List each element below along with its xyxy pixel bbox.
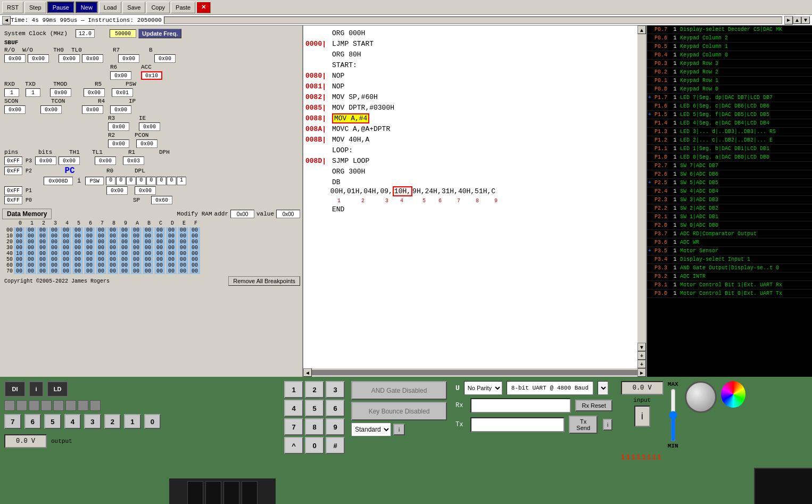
parity-select[interactable]: No Parity [464,381,502,395]
mem-cell[interactable]: 00 [26,233,36,239]
mem-cell[interactable]: 00 [26,257,36,262]
mem-cell[interactable]: 00 [166,245,177,251]
mem-cell[interactable]: 00 [26,227,36,233]
input-slider[interactable] [668,389,678,442]
and-gate-button[interactable]: AND Gate Disabled [351,381,447,400]
step-button[interactable]: Step [24,2,46,13]
num-2[interactable]: 2 [104,414,121,429]
psw-button[interactable]: PSW [85,177,104,185]
mem-cell[interactable]: 00 [49,251,60,257]
dpl-input[interactable] [135,186,156,195]
tx-input[interactable] [470,417,565,432]
mem-cell[interactable]: 00 [96,251,106,257]
mem-cell[interactable]: 00 [72,257,83,262]
mem-cell[interactable]: 00 [166,262,177,268]
ie-input[interactable] [139,122,160,131]
mem-cell[interactable]: 00 [61,245,71,251]
scroll-thumb[interactable] [637,34,646,343]
mem-cell[interactable]: 00 [131,245,142,251]
mem-cell[interactable]: 00 [37,257,48,262]
mem-cell[interactable]: 00 [154,257,165,262]
mem-cell[interactable]: 00 [166,227,177,233]
mem-cell[interactable]: 00 [178,251,188,257]
copy-button[interactable]: Copy [146,2,170,13]
mem-cell[interactable]: 00 [119,268,130,274]
mem-cell[interactable]: 00 [26,245,36,251]
mem-cell[interactable]: 00 [14,233,24,239]
r4-input[interactable] [82,105,103,114]
psw-input[interactable] [112,88,133,97]
mem-cell[interactable]: 00 [178,262,188,268]
mem-cell[interactable]: 00 [154,233,165,239]
mem-cell[interactable]: 00 [37,233,48,239]
mem-cell[interactable]: 00 [61,262,71,268]
sp-input[interactable] [151,196,172,204]
mem-cell[interactable]: 00 [72,262,83,268]
mem-cell[interactable]: 00 [107,227,118,233]
p2-bits-input[interactable] [4,167,22,175]
input-knob[interactable] [685,381,717,413]
mem-cell[interactable]: 00 [143,251,153,257]
mem-cell[interactable]: 00 [131,257,142,262]
remove-breakpoints-btn[interactable]: Remove All Breakpoints [228,276,300,286]
mem-cell[interactable]: 00 [61,233,71,239]
pin-expand-icon[interactable]: + [647,112,652,118]
txd-input[interactable] [26,88,40,97]
mem-cell[interactable]: 00 [154,262,165,268]
paste-button[interactable]: Paste [171,2,195,13]
new-button[interactable]: New [76,2,98,13]
ip-input[interactable] [110,105,131,114]
mem-cell[interactable]: 00 [84,262,95,268]
r0-input[interactable] [106,186,128,195]
mem-cell[interactable]: 00 [119,227,130,233]
mem-cell[interactable]: 00 [143,239,153,245]
mem-cell[interactable]: 00 [72,233,83,239]
r5-input[interactable] [84,88,105,97]
mem-cell[interactable]: 00 [189,245,200,251]
mem-cell[interactable]: 00 [131,233,142,239]
mem-cell[interactable]: 00 [131,262,142,268]
mem-cell[interactable]: 00 [189,233,200,239]
mem-cell[interactable]: 00 [178,239,188,245]
scon-input[interactable] [4,105,26,114]
mem-cell[interactable]: 00 [154,251,165,257]
wo-input[interactable] [28,54,49,63]
mem-cell[interactable]: 00 [107,257,118,262]
key-3[interactable]: 3 [326,381,345,398]
mem-cell[interactable]: 00 [119,251,130,257]
ro-input[interactable] [4,54,26,63]
mem-cell[interactable]: 00 [61,251,71,257]
center-h-scrollbar[interactable]: ◄ ► [303,368,646,377]
data-memory-btn[interactable]: Data Memory [2,209,52,219]
mem-cell[interactable]: 00 [37,251,48,257]
input-i-btn[interactable]: i [634,406,650,427]
mem-cell[interactable]: 00 [84,257,95,262]
mem-cell[interactable]: 00 [107,262,118,268]
mem-cell[interactable]: 00 [72,227,83,233]
mem-cell[interactable]: 00 [166,233,177,239]
load-button[interactable]: Load [99,2,121,13]
acc-input[interactable] [141,71,162,80]
num-4[interactable]: 4 [64,414,81,429]
mem-cell[interactable]: 00 [178,245,188,251]
h-scroll-thumb[interactable] [312,370,637,375]
rx-reset-btn[interactable]: Rx Reset [575,400,612,411]
i-button[interactable]: i [29,381,44,397]
mem-cell[interactable]: 00 [107,239,118,245]
r7-input[interactable] [118,54,139,63]
scroll-up-center[interactable]: ▲ [637,26,646,34]
mem-cell[interactable]: 00 [49,262,60,268]
num-5[interactable]: 5 [44,414,61,429]
p3-th1-input[interactable] [35,156,56,165]
scroll-plus2[interactable]: + [637,360,646,368]
mem-cell[interactable]: 00 [189,239,200,245]
mem-cell[interactable]: 00 [166,251,177,257]
mem-cell[interactable]: 00 [84,245,95,251]
mem-cell[interactable]: 00 [119,239,130,245]
key-caret[interactable]: ^ [284,437,303,454]
pin-expand-icon[interactable]: + [647,248,652,254]
mem-cell[interactable]: 00 [178,233,188,239]
mem-cell[interactable]: 00 [37,262,48,268]
mem-cell[interactable]: 00 [143,227,153,233]
scroll-down-btn[interactable]: ▼ [801,16,810,24]
